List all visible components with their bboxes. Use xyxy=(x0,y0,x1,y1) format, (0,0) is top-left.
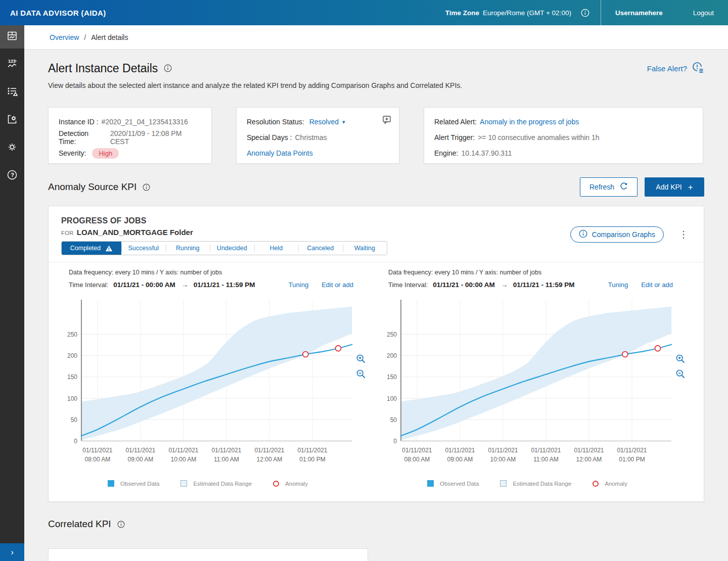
sidebar-expand-button[interactable]: › xyxy=(0,543,24,561)
comparison-graphs-button[interactable]: Comparison Graphs xyxy=(570,226,664,243)
zoom-in-icon[interactable] xyxy=(675,354,686,364)
add-kpi-button[interactable]: Add KPI + xyxy=(645,177,704,197)
anomaly-point[interactable] xyxy=(655,346,660,351)
tab-undecided[interactable]: Undecided xyxy=(210,242,254,255)
related-alert-link[interactable]: Anomaly in the progress of jobs xyxy=(480,118,579,126)
legend-label: Anomaly xyxy=(605,481,627,487)
sidebar-item-settings[interactable] xyxy=(0,136,24,160)
resolution-status-label: Resolution Status: xyxy=(247,118,304,126)
top-header: AI DATA ADVISOR (AIDA) Time Zone Europe/… xyxy=(0,0,728,25)
y-axis-tick-label: 200 xyxy=(67,352,77,359)
x-axis-tick-label: 01/11/202110:00 AM xyxy=(168,447,198,463)
y-axis-tick-label: 200 xyxy=(387,352,397,359)
anomaly-source-kpi-card: PROGRESS OF JOBS FOR LOAN_AND_MORTGAGE F… xyxy=(48,206,704,502)
zoom-out-icon[interactable] xyxy=(675,369,686,379)
y-axis-tick-label: 250 xyxy=(387,331,397,338)
plus-icon: + xyxy=(688,183,693,192)
legend-label: Estimated Data Range xyxy=(513,481,571,487)
dashboard-icon xyxy=(6,30,18,44)
kpi-card-title: PROGRESS OF JOBS xyxy=(61,216,691,225)
instance-id-value: #2020_21_04_1235413316 xyxy=(102,118,188,126)
sidebar-item-kpis[interactable]: 123· xyxy=(0,53,24,76)
alert-list-icon xyxy=(6,85,18,100)
y-axis-tick-label: 50 xyxy=(71,416,78,424)
edit-or-add-link[interactable]: Edit or add xyxy=(641,281,673,289)
false-alert-icon xyxy=(692,62,704,75)
page-title-info-icon[interactable] xyxy=(164,64,172,72)
x-axis-tick-label: 01/11/202108:00 AM xyxy=(402,447,432,463)
kpi-for-label: FOR xyxy=(61,230,74,236)
refresh-button[interactable]: Refresh xyxy=(580,177,638,197)
x-axis-tick-label: 01/11/202109:00 AM xyxy=(445,447,475,463)
x-axis-tick-label: 01/11/202111:00 AM xyxy=(531,447,561,463)
warning-icon xyxy=(105,245,113,252)
correlated-kpi-info-icon[interactable] xyxy=(117,521,125,528)
tuning-link[interactable]: Tuning xyxy=(289,281,308,289)
kpi-for-value: LOAN_AND_MORTGAGE Folder xyxy=(77,228,193,237)
breadcrumb-current: Alert details xyxy=(91,33,128,41)
page-subtitle: View details about the selected alert in… xyxy=(48,81,704,90)
false-alert-button[interactable]: False Alert? xyxy=(647,62,704,75)
page-title: Alert Instance Details xyxy=(48,62,158,75)
sidebar-item-kpi-config[interactable] xyxy=(0,109,24,132)
tab-running[interactable]: Running xyxy=(166,242,210,255)
resolution-card: Resolution Status: Resolved ▾ Special Da… xyxy=(236,107,399,164)
anomaly-point[interactable] xyxy=(335,346,341,351)
breadcrumb-overview-link[interactable]: Overview xyxy=(50,33,79,41)
time-interval-label: Time Interval: xyxy=(388,281,428,289)
data-frequency-line: Data frequency: every 10 mins / Y axis: … xyxy=(381,269,690,277)
tab-completed[interactable]: Completed xyxy=(62,242,121,255)
add-comment-icon[interactable] xyxy=(382,115,392,127)
observed-data-swatch xyxy=(108,480,114,487)
breadcrumb-separator: / xyxy=(84,33,86,41)
zoom-in-icon[interactable] xyxy=(356,354,366,364)
sidebar-item-alerts[interactable] xyxy=(0,81,24,104)
edit-or-add-link[interactable]: Edit or add xyxy=(322,281,353,289)
timezone-info-icon[interactable] xyxy=(581,9,589,17)
correlated-kpi-title: Correlated KPI xyxy=(48,519,111,530)
anomaly-swatch xyxy=(593,481,599,487)
kpi-chart-panel: Data frequency: every 10 mins / Y axis: … xyxy=(381,269,690,487)
tab-held[interactable]: Held xyxy=(254,242,299,255)
help-icon: ? xyxy=(6,169,18,183)
time-interval-from: 01/11/21 - 00:00 AM xyxy=(113,281,175,289)
username[interactable]: Usernamehere xyxy=(601,9,693,17)
anomaly-source-kpi-info-icon[interactable] xyxy=(143,183,150,191)
sidebar-nav: 123· xyxy=(0,25,24,561)
sidebar-item-help[interactable]: ? xyxy=(0,164,24,188)
engine-label: Engine: xyxy=(434,149,458,157)
data-frequency-line: Data frequency: every 10 mins / Y axis: … xyxy=(61,269,371,277)
arrow-right-icon: → xyxy=(501,280,508,289)
x-axis-tick-label: 01/11/202101:00 PM xyxy=(617,447,647,463)
timezone-block: Time Zone Europe/Rome (GMT + 02:00) xyxy=(445,9,601,17)
tab-successful[interactable]: Successful xyxy=(121,242,166,255)
logout-button[interactable]: Logout xyxy=(693,9,728,17)
tuning-link[interactable]: Tuning xyxy=(608,281,628,289)
detection-time-label: Detection Time: xyxy=(59,129,107,146)
kpi-chart-panel: Data frequency: every 10 mins / Y axis: … xyxy=(61,269,371,487)
gear-icon xyxy=(6,141,18,155)
tab-waiting[interactable]: Waiting xyxy=(343,242,387,255)
severity-label: Severity: xyxy=(59,149,86,157)
anomaly-point[interactable] xyxy=(303,352,308,357)
estimated-range-band xyxy=(81,307,352,440)
tab-canceled[interactable]: Canceled xyxy=(298,242,343,255)
time-interval-label: Time Interval: xyxy=(69,281,108,289)
sidebar-item-dashboard[interactable] xyxy=(0,25,24,49)
special-days-label: Special Days : xyxy=(247,133,292,142)
anomaly-source-kpi-title: Anomaly Source KPI xyxy=(48,181,136,193)
anomaly-data-points-link[interactable]: Anomaly Data Points xyxy=(247,149,313,157)
alert-trigger-value: >= 10 consecutive anomalies within 1h xyxy=(478,133,599,142)
severity-badge: High xyxy=(92,148,119,159)
anomaly-point[interactable] xyxy=(622,352,628,357)
breadcrumb: Overview / Alert details xyxy=(24,25,728,49)
zoom-out-icon[interactable] xyxy=(356,369,366,379)
kebab-menu-icon[interactable]: ⋮ xyxy=(676,229,691,240)
x-axis-tick-label: 01/11/202101:00 PM xyxy=(297,447,327,463)
app-title: AI DATA ADVISOR (AIDA) xyxy=(0,9,106,17)
resolution-status-dropdown[interactable]: Resolved ▾ xyxy=(309,118,345,126)
kpi-metrics-icon: 123· xyxy=(6,58,18,72)
y-axis-tick-label: 50 xyxy=(390,416,397,424)
x-axis-tick-label: 01/11/202109:00 AM xyxy=(125,447,155,463)
info-icon xyxy=(579,229,587,240)
